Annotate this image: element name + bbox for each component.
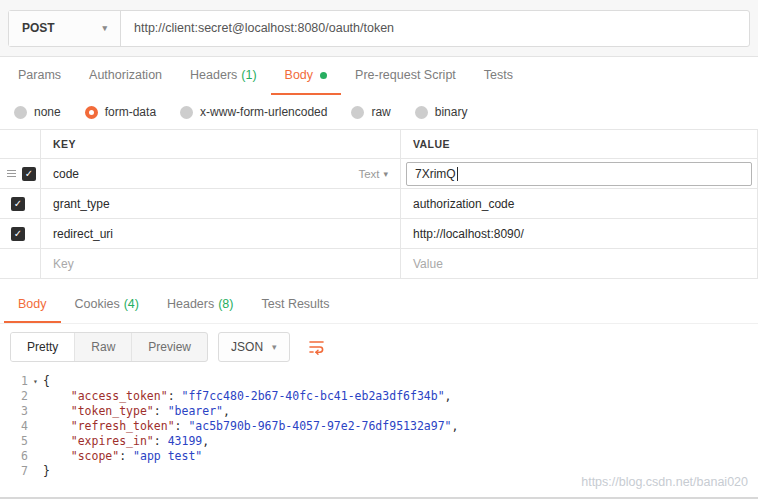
code-text: "expires_in": 43199,: [43, 434, 209, 449]
radio-selected-icon: [85, 106, 98, 119]
method-dropdown[interactable]: POST ▾: [9, 11, 121, 46]
key-cell[interactable]: grant_type: [40, 189, 400, 218]
table-new-row: Key Value: [0, 249, 757, 279]
tab-body[interactable]: Body: [271, 57, 342, 95]
form-data-table: KEY VALUE ✓ code Text ▾ 7XrimQ: [0, 129, 758, 279]
row-checkbox[interactable]: ✓: [11, 227, 25, 241]
value-type-label: Text: [358, 168, 379, 180]
tab-pre-request-script[interactable]: Pre-request Script: [341, 57, 470, 95]
value-cell[interactable]: authorization_code: [400, 189, 757, 218]
mode-form-data-label: form-data: [105, 105, 156, 119]
code-text: "scope": "app test": [43, 449, 202, 464]
key-text: redirect_uri: [53, 227, 113, 241]
tab-headers-label: Headers: [190, 68, 237, 82]
value-text: authorization_code: [413, 197, 514, 211]
response-tab-body[interactable]: Body: [4, 286, 61, 323]
value-text: 7XrimQ: [415, 167, 456, 181]
language-label: JSON: [231, 340, 263, 354]
tab-authorization[interactable]: Authorization: [75, 57, 176, 95]
check-icon: ✓: [14, 198, 22, 209]
view-mode-group: Pretty Raw Preview: [10, 332, 208, 362]
response-tab-cookies[interactable]: Cookies (4): [61, 286, 153, 323]
code-text: }: [43, 464, 50, 479]
code-text: "refresh_token": "ac5b790b-967b-4057-97e…: [43, 419, 458, 434]
mode-x-www-form-urlencoded[interactable]: x-www-form-urlencoded: [180, 105, 327, 119]
response-tab-test-results-label: Test Results: [261, 297, 329, 311]
chevron-down-icon: ▾: [102, 23, 107, 33]
fold-arrow-icon[interactable]: ▾: [28, 374, 43, 389]
value-cell[interactable]: http://localhost:8090/: [400, 219, 757, 248]
code-line: 6 "scope": "app test": [0, 449, 758, 464]
mode-binary-label: binary: [435, 105, 468, 119]
key-cell[interactable]: code Text ▾: [40, 159, 400, 188]
chevron-down-icon: ▾: [272, 342, 277, 352]
tab-headers[interactable]: Headers (1): [176, 57, 271, 95]
table-row: ✓ redirect_uri http://localhost:8090/: [0, 219, 757, 249]
code-line: 2 "access_token": "ff7cc480-2b67-40fc-bc…: [0, 389, 758, 404]
code-text: "access_token": "ff7cc480-2b67-40fc-bc41…: [43, 389, 452, 404]
line-number: 1: [0, 374, 28, 389]
new-value-cell[interactable]: Value: [400, 249, 757, 278]
radio-icon: [14, 106, 27, 119]
value-type-dropdown[interactable]: Text ▾: [358, 168, 388, 180]
fold-spacer: [28, 404, 43, 419]
tab-params[interactable]: Params: [4, 57, 75, 95]
key-text: grant_type: [53, 197, 110, 211]
pretty-button[interactable]: Pretty: [11, 333, 75, 361]
code-line: 4 "refresh_token": "ac5b790b-967b-4057-9…: [0, 419, 758, 434]
row-gutter: ✓: [0, 189, 40, 218]
mode-none-label: none: [34, 105, 61, 119]
key-text: code: [53, 167, 79, 181]
response-toolbar: Pretty Raw Preview JSON ▾: [0, 324, 758, 369]
line-number: 4: [0, 419, 28, 434]
row-checkbox[interactable]: ✓: [11, 197, 25, 211]
mode-binary[interactable]: binary: [415, 105, 468, 119]
wrap-text-icon: [308, 339, 326, 355]
value-cell: 7XrimQ: [400, 159, 757, 188]
table-header-gutter: [0, 130, 40, 158]
postman-window: POST ▾ http://client:secret@localhost:80…: [0, 0, 758, 499]
url-container: POST ▾ http://client:secret@localhost:80…: [8, 10, 750, 47]
mode-raw-label: raw: [371, 105, 390, 119]
line-number: 7: [0, 464, 28, 479]
mode-form-data[interactable]: form-data: [85, 105, 156, 119]
tab-body-label: Body: [285, 68, 314, 82]
row-gutter: ✓: [0, 159, 40, 188]
cookies-count-badge: (4): [124, 297, 139, 311]
row-checkbox[interactable]: ✓: [22, 167, 36, 181]
radio-icon: [415, 106, 428, 119]
wrap-text-button[interactable]: [304, 335, 330, 359]
code-line: 5 "expires_in": 43199,: [0, 434, 758, 449]
new-key-cell[interactable]: Key: [40, 249, 400, 278]
response-tab-headers[interactable]: Headers (8): [153, 286, 248, 323]
url-input[interactable]: http://client:secret@localhost:8080/oaut…: [121, 11, 749, 46]
key-cell[interactable]: redirect_uri: [40, 219, 400, 248]
body-present-dot-icon: [320, 72, 327, 79]
value-input[interactable]: 7XrimQ: [406, 162, 752, 186]
response-tab-test-results[interactable]: Test Results: [247, 286, 343, 323]
mode-raw[interactable]: raw: [351, 105, 390, 119]
fold-spacer: [28, 434, 43, 449]
value-text: http://localhost:8090/: [413, 227, 524, 241]
raw-button[interactable]: Raw: [75, 333, 132, 361]
tab-tests[interactable]: Tests: [470, 57, 527, 95]
table-header-row: KEY VALUE: [0, 130, 757, 159]
code-text: "token_type": "bearer",: [43, 404, 230, 419]
response-body-viewer[interactable]: 1▾{2 "access_token": "ff7cc480-2b67-40fc…: [0, 369, 758, 479]
fold-spacer: [28, 449, 43, 464]
value-column-header: VALUE: [400, 130, 757, 158]
request-url-bar: POST ▾ http://client:secret@localhost:80…: [0, 0, 758, 57]
tab-pre-request-label: Pre-request Script: [355, 68, 456, 82]
preview-button[interactable]: Preview: [132, 333, 207, 361]
method-label: POST: [22, 21, 55, 35]
line-number: 5: [0, 434, 28, 449]
mode-none[interactable]: none: [14, 105, 61, 119]
fold-spacer: [28, 419, 43, 434]
response-tabs: Body Cookies (4) Headers (8) Test Result…: [0, 286, 758, 324]
response-tab-cookies-label: Cookies: [75, 297, 120, 311]
headers-count-badge: (1): [241, 68, 256, 82]
line-number: 2: [0, 389, 28, 404]
response-headers-count-badge: (8): [218, 297, 233, 311]
drag-handle-icon[interactable]: [5, 168, 18, 179]
language-dropdown[interactable]: JSON ▾: [218, 332, 290, 362]
